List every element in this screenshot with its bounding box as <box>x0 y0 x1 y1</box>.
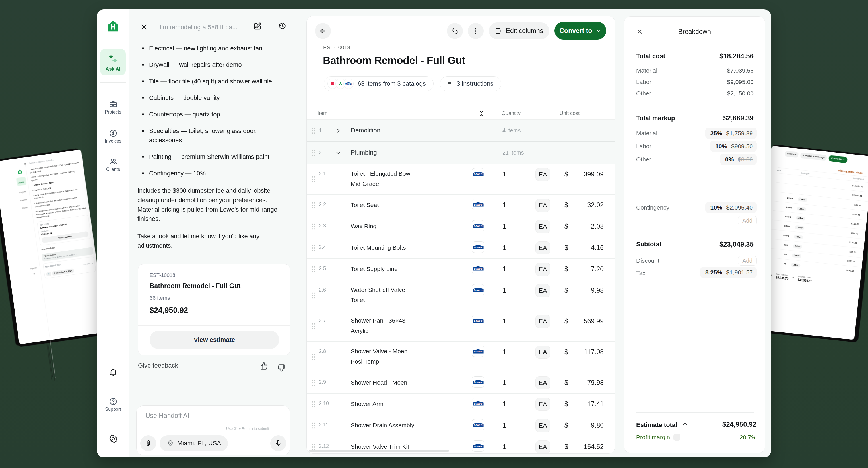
handoff-logo-icon[interactable] <box>107 20 120 32</box>
quantity-value[interactable]: 1 <box>503 421 506 429</box>
attach-file-button[interactable] <box>140 435 156 451</box>
unit-cost-value[interactable]: 9.98 <box>591 287 604 294</box>
table-row[interactable]: 2.4 Toilet Mounting Bolts Lowe's 1 EA $ … <box>307 237 615 259</box>
edit-columns-button[interactable]: Edit columns <box>489 23 549 39</box>
unit-badge[interactable]: EA <box>535 241 550 255</box>
more-options-button[interactable] <box>468 23 484 39</box>
view-estimate-button[interactable]: View estimate <box>150 330 279 349</box>
close-chat-icon[interactable] <box>140 23 148 31</box>
quantity-value[interactable]: 1 <box>503 201 506 209</box>
undo-button[interactable] <box>447 23 463 39</box>
unit-badge[interactable]: EA <box>535 220 550 233</box>
unit-cost-value[interactable]: 399.09 <box>584 171 604 178</box>
markup-material-input[interactable]: 25%$1,759.89 <box>705 127 757 139</box>
drag-handle-icon[interactable] <box>311 127 315 134</box>
estimate-total-label[interactable]: Estimate total <box>636 421 688 429</box>
contingency-input[interactable]: 10%$2,095.40 <box>705 202 757 213</box>
quantity-value[interactable]: 1 <box>503 287 506 294</box>
drag-handle-icon[interactable] <box>311 202 315 208</box>
chat-input[interactable]: Use Handoff AI Use ⌘ + Return to submit … <box>136 405 290 456</box>
drag-handle-icon[interactable] <box>311 292 315 299</box>
drag-handle-icon[interactable] <box>311 422 315 429</box>
add-fee-button[interactable]: Add <box>738 216 757 226</box>
drag-handle-icon[interactable] <box>311 150 315 156</box>
unit-badge[interactable]: EA <box>535 315 550 328</box>
table-row[interactable]: 2.8 Shower Valve - MoenPosi-Temp Lowe's … <box>307 342 615 372</box>
table-row[interactable]: 2.1 Toilet - Elongated BowlMid-Grade Low… <box>307 164 615 195</box>
quantity-value[interactable]: 1 <box>503 379 506 387</box>
table-row[interactable]: 2.9 Shower Head - Moen Lowe's 1 EA $ 79.… <box>307 372 615 394</box>
sidebar-item-support[interactable]: Support <box>97 397 129 412</box>
info-icon[interactable]: i <box>673 434 680 441</box>
sidebar-item-invoices[interactable]: Invoices <box>97 129 129 144</box>
quantity-value[interactable]: 1 <box>503 348 506 356</box>
settings-gear[interactable] <box>97 434 129 443</box>
table-row[interactable]: 2.11 Shower Drain Assembly Lowe's 1 EA $… <box>307 415 615 436</box>
thumbs-down-icon[interactable] <box>277 363 286 372</box>
unit-cost-value[interactable]: 9.80 <box>591 421 604 429</box>
unit-badge[interactable]: EA <box>535 440 550 454</box>
table-row[interactable]: 2.6 Water Shut-off Valve -Toilet Lowe's … <box>307 280 615 311</box>
quantity-value[interactable]: 1 <box>503 443 506 450</box>
table-group-row-demolition[interactable]: 1 Demolition 4 items <box>307 120 615 142</box>
back-button[interactable] <box>315 23 331 39</box>
chevron-down-icon[interactable] <box>335 149 342 156</box>
unit-cost-value[interactable]: 569.99 <box>584 317 604 325</box>
drag-handle-icon[interactable] <box>311 266 315 272</box>
history-icon[interactable] <box>278 22 286 30</box>
catalogs-badge[interactable]: Lowe's 63 items from 3 catalogs <box>324 76 434 91</box>
convert-to-button[interactable]: Convert to <box>555 22 606 39</box>
unit-cost-value[interactable]: 17.41 <box>587 400 604 408</box>
sidebar-item-clients[interactable]: Clients <box>97 157 129 172</box>
unit-badge[interactable]: EA <box>535 346 550 359</box>
tax-input[interactable]: 8.25%$1,901.57 <box>700 267 757 278</box>
quantity-value[interactable]: 1 <box>503 400 506 408</box>
drag-handle-icon[interactable] <box>311 176 315 182</box>
quantity-value[interactable]: 1 <box>503 223 506 230</box>
markup-other-input[interactable]: 0%$0.00 <box>720 154 757 165</box>
horizontal-scrollbar[interactable] <box>309 450 449 452</box>
sidebar-item-projects[interactable]: Projects <box>97 100 129 115</box>
sidebar-item-ask-ai[interactable]: Ask AI <box>100 49 126 76</box>
unit-badge[interactable]: EA <box>535 168 550 181</box>
add-discount-button[interactable]: Add <box>738 256 757 266</box>
markup-labor-input[interactable]: 10%$909.50 <box>710 141 757 152</box>
chat-estimate-card[interactable]: EST-10018 Bathroom Remodel - Full Gut 66… <box>138 264 290 355</box>
drag-handle-icon[interactable] <box>311 323 315 329</box>
table-row[interactable]: 2.3 Wax Ring Lowe's 1 EA $ 2.08 <box>307 216 615 237</box>
mic-button[interactable] <box>270 435 286 451</box>
table-row[interactable]: 2.2 Toilet Seat Lowe's 1 EA $ 32.02 <box>307 195 615 216</box>
quantity-value[interactable]: 1 <box>503 317 506 325</box>
chat-title[interactable]: I'm remodeling a 5×8 ft ba... <box>160 24 238 31</box>
unit-badge[interactable]: EA <box>535 398 550 411</box>
table-row[interactable]: 2.5 Toilet Supply Line Lowe's 1 EA $ 7.2… <box>307 259 615 280</box>
location-pill[interactable]: Miami, FL, USA <box>160 435 228 451</box>
quantity-value[interactable]: 1 <box>503 171 506 178</box>
collapse-rows-icon[interactable] <box>477 110 485 118</box>
instructions-badge[interactable]: 3 instructions <box>440 76 501 91</box>
drag-handle-icon[interactable] <box>311 224 315 230</box>
unit-cost-value[interactable]: 4.16 <box>591 244 604 252</box>
unit-cost-value[interactable]: 117.08 <box>584 348 604 356</box>
unit-badge[interactable]: EA <box>535 199 550 212</box>
unit-badge[interactable]: EA <box>535 419 550 432</box>
thumbs-up-icon[interactable] <box>259 361 269 371</box>
quantity-value[interactable]: 1 <box>503 244 506 252</box>
drag-handle-icon[interactable] <box>311 401 315 407</box>
drag-handle-icon[interactable] <box>311 354 315 360</box>
unit-badge[interactable]: EA <box>535 284 550 297</box>
notifications-bell[interactable] <box>97 368 129 377</box>
quantity-value[interactable]: 1 <box>503 265 506 273</box>
unit-badge[interactable]: EA <box>535 376 550 389</box>
unit-cost-value[interactable]: 154.52 <box>584 443 604 450</box>
table-group-row-plumbing[interactable]: 2 Plumbing 21 items <box>307 142 615 164</box>
chevron-right-icon[interactable] <box>335 127 342 134</box>
unit-badge[interactable]: EA <box>535 263 550 276</box>
unit-cost-value[interactable]: 32.02 <box>587 201 604 209</box>
table-row[interactable]: 2.7 Shower Pan - 36×48Acrylic Lowe's 1 E… <box>307 311 615 342</box>
unit-cost-value[interactable]: 2.08 <box>591 223 604 230</box>
table-row[interactable]: 2.10 Shower Arm Lowe's 1 EA $ 17.41 <box>307 394 615 415</box>
drag-handle-icon[interactable] <box>311 245 315 251</box>
unit-cost-value[interactable]: 7.20 <box>591 265 604 273</box>
drag-handle-icon[interactable] <box>311 444 315 450</box>
